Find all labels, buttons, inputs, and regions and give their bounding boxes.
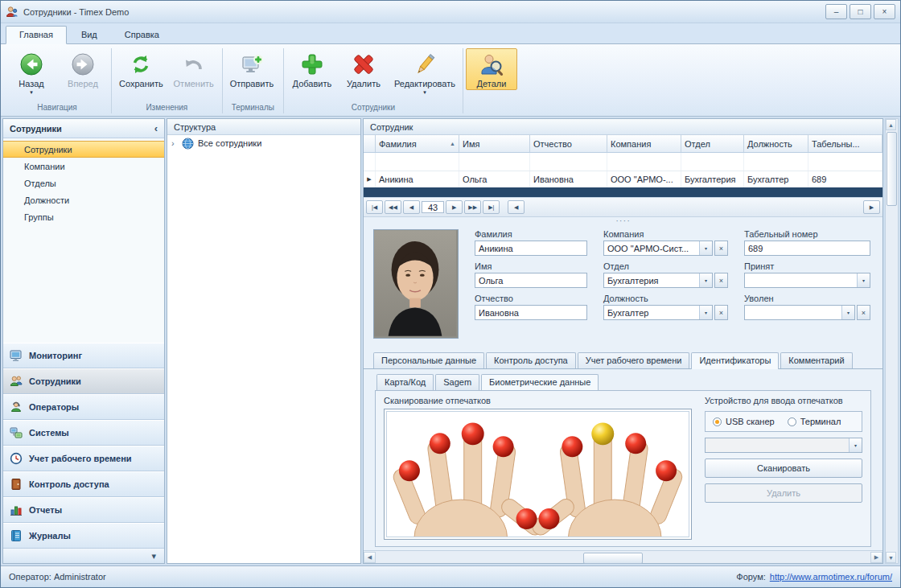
horizontal-scrollbar[interactable]: ◀ ▶ — [364, 550, 882, 563]
pager-next-page-button[interactable]: ▶▶ — [464, 200, 481, 214]
subtab-sagem[interactable]: Sagem — [435, 374, 479, 390]
fired-clear-button[interactable]: × — [857, 305, 870, 320]
scan-button[interactable]: Сканировать — [705, 458, 862, 478]
pager-prev-page-button[interactable]: ◀◀ — [385, 200, 401, 214]
pager-last-button[interactable]: ▶| — [483, 200, 500, 214]
tree-node-all-employees[interactable]: › Все сотрудники — [167, 135, 360, 151]
grid-scroll-right-button[interactable]: ▶ — [863, 200, 880, 214]
nav-item-time-tracking[interactable]: Учет рабочего времени — [3, 446, 164, 471]
forum-link[interactable]: http://www.armotimex.ru/forum/ — [770, 572, 892, 582]
back-button[interactable]: Назад ▾ — [6, 48, 57, 96]
scroll-down-icon[interactable]: ▼ — [886, 552, 896, 563]
sidebar-item-companies[interactable]: Компании — [3, 158, 164, 175]
panel-splitter-handle[interactable]: ···· — [364, 217, 882, 224]
vertical-scrollbar[interactable]: ▲ ▼ — [885, 118, 899, 564]
scroll-left-icon[interactable]: ◀ — [364, 552, 376, 563]
hired-date-combo[interactable]: ▾ — [744, 273, 870, 288]
column-header-firstname[interactable]: Имя — [459, 135, 530, 152]
terminal-radio[interactable]: Терминал — [788, 417, 841, 426]
department-combo[interactable]: Бухгалтерия ▾ — [603, 273, 713, 288]
position-clear-button[interactable]: × — [714, 305, 728, 320]
ribbon-group-changes: Сохранить Отменить Изменения — [113, 46, 221, 116]
scroll-up-icon[interactable]: ▲ — [886, 119, 896, 130]
scanner-select-combo[interactable]: ▾ — [705, 438, 862, 453]
company-dropdown-icon[interactable]: ▾ — [699, 241, 712, 255]
cell-firstname: Ольга — [459, 171, 530, 187]
nav-item-systems[interactable]: Системы — [3, 420, 164, 446]
subtab-biometric[interactable]: Биометрические данные — [481, 374, 599, 391]
column-header-department[interactable]: Отдел — [681, 135, 744, 152]
usb-scanner-radio[interactable]: USB сканер — [713, 417, 775, 426]
maximize-button[interactable]: □ — [850, 4, 871, 19]
nav-item-reports[interactable]: Отчеты — [3, 497, 164, 523]
pager-next-button[interactable]: ▶ — [446, 200, 463, 214]
horizontal-scroll-thumb[interactable] — [583, 553, 643, 564]
scanner-dropdown-icon[interactable]: ▾ — [849, 438, 862, 452]
ribbon-tab-view[interactable]: Вид — [68, 27, 110, 43]
middlename-field[interactable]: Ивановна — [475, 305, 587, 320]
delete-button[interactable]: Удалить — [338, 48, 389, 90]
send-button[interactable]: Отправить — [225, 48, 279, 90]
undo-button[interactable]: Отменить — [168, 48, 220, 90]
nav-item-access-control[interactable]: Контроль доступа — [3, 471, 164, 497]
lastname-field[interactable]: Аникина — [475, 241, 587, 256]
close-button[interactable]: × — [874, 4, 895, 19]
sidebar-item-departments[interactable]: Отделы — [3, 175, 164, 191]
edit-button[interactable]: Редактировать ▾ — [389, 48, 460, 96]
firstname-field[interactable]: Ольга — [475, 273, 587, 288]
ribbon-tab-help[interactable]: Справка — [112, 27, 172, 43]
hired-dropdown-icon[interactable]: ▾ — [857, 273, 870, 287]
details-button[interactable]: Детали — [466, 48, 517, 90]
add-button[interactable]: Добавить — [286, 48, 338, 90]
tab-identifiers[interactable]: Идентификаторы — [691, 352, 779, 369]
forward-button[interactable]: Вперед — [57, 48, 109, 90]
close-icon: × — [882, 7, 887, 16]
delete-fingerprint-button[interactable]: Удалить — [705, 483, 862, 503]
ribbon-tab-home[interactable]: Главная — [6, 26, 67, 44]
sidebar-collapse-button[interactable]: ‹ — [154, 122, 158, 134]
tab-access-control[interactable]: Контроль доступа — [486, 352, 576, 368]
nav-item-monitoring[interactable]: Мониторинг — [3, 343, 164, 368]
company-combo[interactable]: ООО "АРМО-Сист... ▾ — [603, 241, 713, 256]
nav-item-employees[interactable]: Сотрудники — [3, 368, 164, 394]
nav-item-label: Журналы — [29, 531, 71, 541]
personnel-number-field[interactable]: 689 — [744, 241, 870, 256]
tree-expander-icon[interactable]: › — [171, 138, 178, 148]
company-clear-button[interactable]: × — [714, 241, 728, 256]
subtab-card-code[interactable]: Карта/Код — [376, 374, 434, 390]
save-button[interactable]: Сохранить — [114, 48, 168, 90]
department-dropdown-icon[interactable]: ▾ — [699, 273, 712, 287]
sidebar-item-positions[interactable]: Должности — [3, 191, 164, 208]
nav-item-operators[interactable]: Операторы — [3, 394, 164, 420]
pager-first-button[interactable]: |◀ — [366, 200, 383, 214]
vertical-scroll-thumb[interactable] — [887, 132, 897, 206]
nav-overflow-chevron-icon[interactable]: ▾ — [151, 551, 156, 561]
minimize-button[interactable]: – — [825, 4, 847, 19]
tab-comment[interactable]: Комментарий — [780, 352, 852, 368]
column-header-number[interactable]: Табельны... — [808, 135, 882, 152]
nav-item-journals[interactable]: Журналы — [3, 523, 164, 549]
column-header-lastname[interactable]: Фамилия▲ — [376, 135, 459, 152]
fired-date-combo[interactable]: ▾ — [744, 305, 855, 320]
cell-lastname: Аникина — [376, 171, 459, 187]
department-clear-button[interactable]: × — [714, 273, 728, 288]
grid-hscroll-track[interactable]: ◀ — [508, 200, 862, 214]
scroll-right-icon[interactable]: ▶ — [870, 552, 882, 563]
sidebar-item-groups[interactable]: Группы — [3, 208, 164, 225]
fired-dropdown-icon[interactable]: ▾ — [841, 306, 854, 319]
pager-prev-button[interactable]: ◀ — [403, 200, 420, 214]
tab-personal-data[interactable]: Персональные данные — [373, 352, 484, 368]
column-header-company[interactable]: Компания — [607, 135, 681, 152]
column-header-position[interactable]: Должность — [744, 135, 808, 152]
column-header-middlename[interactable]: Отчество — [530, 135, 607, 152]
tab-time-tracking[interactable]: Учет рабочего времени — [578, 352, 690, 368]
grid-row-anikina[interactable]: ▶ Аникина Ольга Ивановна ООО "АРМО-... Б… — [364, 171, 882, 187]
fingerprint-hands-image[interactable] — [386, 411, 689, 537]
hands-frame — [384, 409, 692, 540]
grid-scroll-left-button[interactable]: ◀ — [508, 200, 525, 214]
position-combo[interactable]: Бухгалтер ▾ — [603, 305, 713, 320]
nav-item-label: Сотрудники — [29, 376, 81, 386]
sidebar-item-employees[interactable]: Сотрудники — [3, 141, 164, 158]
position-dropdown-icon[interactable]: ▾ — [699, 306, 712, 319]
grid-row-partial-selected[interactable] — [364, 187, 882, 197]
